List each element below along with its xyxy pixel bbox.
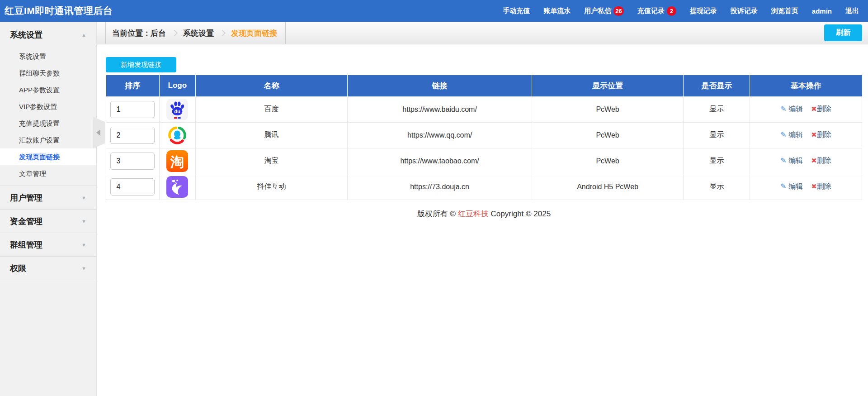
pencil-icon: ✎ (780, 105, 786, 113)
table-header-row: 排序 Logo 名称 链接 显示位置 是否显示 基本操作 (106, 75, 862, 96)
pencil-icon: ✎ (780, 157, 786, 164)
table-row: du 百度 https://www.baidu.com/ PcWeb 显示 ✎ … (106, 96, 862, 122)
x-icon: ✖ (811, 157, 817, 164)
sidebar-group-funds-management: 资金管理 ▼ (0, 209, 96, 233)
sidebar-collapse-handle[interactable] (93, 117, 105, 148)
delete-button[interactable]: ✖删除 (811, 182, 831, 190)
table-row: 抖佳互动 https://73.douja.cn Android H5 PcWe… (106, 174, 862, 200)
col-header-sort: 排序 (106, 75, 160, 96)
site-link: https://www.baidu.com/ (348, 96, 532, 122)
sidebar-item-article-management[interactable]: 文章管理 (0, 165, 96, 182)
tencent-logo (166, 124, 188, 146)
edit-button[interactable]: ✎ 编辑 (780, 131, 803, 138)
nav-complaint-records[interactable]: 投诉记录 (731, 7, 758, 15)
col-header-logo: Logo (159, 75, 195, 96)
site-name: 抖佳互动 (195, 174, 348, 200)
table-row: 腾讯 https://www.qq.com/ PcWeb 显示 ✎ 编辑✖删除 (106, 122, 862, 148)
down-triangle-icon: ▼ (81, 266, 86, 271)
nav-admin-user[interactable]: admin (812, 7, 832, 15)
douja-logo (166, 176, 188, 198)
visible-status: 显示 (684, 148, 750, 174)
nav-recharge-records[interactable]: 充值记录2 (637, 6, 676, 16)
sidebar-item-recharge-withdraw[interactable]: 充值提现设置 (0, 115, 96, 132)
breadcrumb-item-backend[interactable]: 后台 (151, 28, 166, 38)
content: 新增发现链接 排序 Logo 名称 链接 显示位置 是否显示 基本操作 (97, 44, 868, 219)
col-header-link: 链接 (348, 75, 532, 96)
display-position: PcWeb (532, 96, 684, 122)
display-position: PcWeb (532, 122, 684, 148)
edit-button[interactable]: ✎ 编辑 (780, 182, 803, 190)
breadcrumb-prefix: 当前位置： (112, 28, 151, 38)
nav-view-homepage[interactable]: 浏览首页 (771, 7, 798, 15)
down-triangle-icon: ▼ (81, 242, 86, 248)
delete-button[interactable]: ✖删除 (811, 131, 831, 138)
sidebar-item-vip-params[interactable]: VIP参数设置 (0, 98, 96, 115)
sidebar-group-group-management: 群组管理 ▼ (0, 233, 96, 256)
sidebar-group-permissions: 权限 ▼ (0, 256, 96, 280)
site-link: https://73.douja.cn (348, 174, 532, 200)
down-triangle-icon: ▼ (81, 219, 86, 224)
sidebar-group-header-user-management[interactable]: 用户管理 ▼ (0, 186, 96, 209)
add-discover-link-button[interactable]: 新增发现链接 (106, 57, 176, 72)
sort-input[interactable] (110, 127, 155, 144)
display-position: Android H5 PcWeb (532, 174, 684, 200)
sidebar-group-system-settings: 系统设置 ▲ 系统设置 群组聊天参数 APP参数设置 VIP参数设置 充值提现设… (0, 22, 96, 186)
visible-status: 显示 (684, 96, 750, 122)
copyright-footer: 版权所有 © 红豆科技 Copyright © 2025 (106, 209, 862, 219)
pencil-icon: ✎ (780, 182, 786, 190)
site-name: 百度 (195, 96, 348, 122)
site-link: https://www.qq.com/ (348, 122, 532, 148)
delete-button[interactable]: ✖删除 (811, 157, 831, 164)
sort-input[interactable] (110, 101, 155, 118)
company-name: 红豆科技 (458, 210, 489, 218)
edit-button[interactable]: ✎ 编辑 (780, 105, 803, 113)
sidebar-group-header-group-management[interactable]: 群组管理 ▼ (0, 233, 96, 256)
sidebar-group-header-funds-management[interactable]: 资金管理 ▼ (0, 210, 96, 233)
sidebar-group-user-management: 用户管理 ▼ (0, 186, 96, 209)
nav-withdraw-records[interactable]: 提现记录 (690, 7, 717, 15)
app-title: 红豆IM即时通讯管理后台 (0, 5, 113, 17)
sort-input[interactable] (110, 153, 155, 170)
top-nav: 手动充值 账单流水 用户私信26 充值记录2 提现记录 投诉记录 浏览首页 ad… (503, 6, 868, 16)
breadcrumb-item-system-settings[interactable]: 系统设置 (183, 28, 214, 38)
sidebar-group-header-system-settings[interactable]: 系统设置 ▲ (0, 22, 96, 48)
sidebar-item-group-chat-params[interactable]: 群组聊天参数 (0, 65, 96, 81)
svg-text:du: du (175, 108, 180, 114)
main-area: 当前位置： 后台 系统设置 发现页面链接 刷新 新增发现链接 排序 Logo 名… (97, 22, 868, 396)
nav-bill-flow[interactable]: 账单流水 (543, 7, 571, 15)
sidebar-item-system-settings[interactable]: 系统设置 (0, 48, 96, 65)
nav-logout[interactable]: 退出 (845, 7, 859, 15)
x-icon: ✖ (811, 105, 817, 113)
left-arrow-icon (96, 129, 100, 136)
site-link: https://www.taobao.com/ (348, 148, 532, 174)
site-name: 淘宝 (195, 148, 348, 174)
sidebar-item-app-params[interactable]: APP参数设置 (0, 81, 96, 98)
sidebar-item-remittance-account[interactable]: 汇款账户设置 (0, 132, 96, 148)
top-header: 红豆IM即时通讯管理后台 手动充值 账单流水 用户私信26 充值记录2 提现记录… (0, 0, 868, 22)
delete-button[interactable]: ✖删除 (811, 105, 831, 113)
breadcrumb: 当前位置： 后台 系统设置 发现页面链接 (105, 22, 286, 44)
taobao-logo: 淘 (166, 150, 188, 172)
private-message-count-badge: 26 (613, 6, 623, 16)
sort-input[interactable] (110, 178, 155, 196)
up-triangle-icon: ▲ (81, 32, 86, 38)
chevron-right-icon (219, 30, 226, 36)
x-icon: ✖ (811, 131, 817, 138)
sidebar-group-header-permissions[interactable]: 权限 ▼ (0, 257, 96, 280)
discover-links-table: 排序 Logo 名称 链接 显示位置 是否显示 基本操作 (106, 75, 862, 200)
col-header-name: 名称 (195, 75, 348, 96)
col-header-operations: 基本操作 (750, 75, 862, 96)
pencil-icon: ✎ (780, 131, 786, 138)
display-position: PcWeb (532, 148, 684, 174)
breadcrumb-bar: 当前位置： 后台 系统设置 发现页面链接 刷新 (97, 22, 868, 44)
edit-button[interactable]: ✎ 编辑 (780, 157, 803, 164)
svg-text:淘: 淘 (170, 154, 184, 170)
refresh-button[interactable]: 刷新 (824, 24, 862, 41)
nav-manual-recharge[interactable]: 手动充值 (503, 7, 530, 15)
sidebar-item-discover-links[interactable]: 发现页面链接 (0, 148, 96, 165)
down-triangle-icon: ▼ (81, 195, 86, 200)
col-header-visible: 是否显示 (684, 75, 750, 96)
sidebar-submenu: 系统设置 群组聊天参数 APP参数设置 VIP参数设置 充值提现设置 汇款账户设… (0, 48, 96, 186)
nav-private-messages[interactable]: 用户私信26 (584, 6, 623, 16)
col-header-position: 显示位置 (532, 75, 684, 96)
